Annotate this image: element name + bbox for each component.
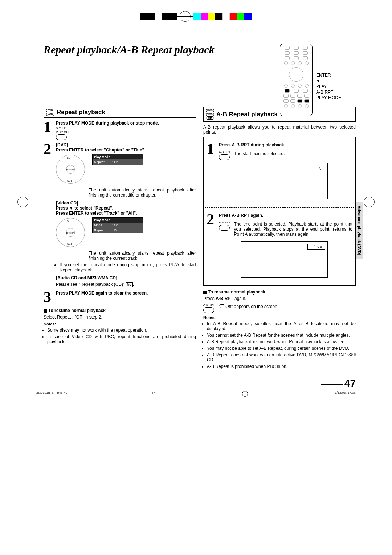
- remote-button-icon: [203, 307, 214, 313]
- osd-title: Play Mode: [93, 218, 143, 223]
- disc-badges: DVD VCD CD: [206, 109, 214, 120]
- button-label-bot: PLAY MODE: [56, 130, 196, 134]
- tv-screen-diagram: A-B: [241, 241, 328, 278]
- dvd-bracket: [DVD]: [56, 142, 68, 147]
- repeat-icon: [311, 245, 315, 248]
- osd-val: : Off: [112, 160, 118, 164]
- note-bullet: A-B Repeat is prohibited when PBC is on.: [207, 364, 356, 369]
- osd-key: Repeat: [94, 228, 112, 232]
- cd-bracket: [Audio CD and MP3/WMA CD]: [56, 275, 117, 280]
- remote-label: PLAY MODE: [316, 95, 341, 101]
- step-3: 3 Press PLAY MODE again to clear the scr…: [44, 291, 196, 304]
- left-column: DVD VCD Repeat playback 1 Press PLAY MOD…: [44, 107, 196, 370]
- osd-playmode-vcd: Play Mode Mode: Off Repeat: Off: [92, 217, 143, 233]
- note-bullet: If you set the repeat mode during stop m…: [60, 262, 196, 272]
- remote-outline: [280, 44, 313, 116]
- step-result: The end point is selected. Playback star…: [234, 222, 352, 237]
- osd-key: Mode: [94, 223, 112, 227]
- notes-heading: Notes:: [44, 322, 196, 326]
- right-column: DVD VCD CD A-B Repeat playback A-B repea…: [203, 107, 356, 370]
- footer-doc: 2I30101B-En_p46-49: [36, 391, 68, 397]
- step-instruction: Press ▼ to select "Repeat".: [56, 206, 196, 211]
- remote-label: A-B RPT: [316, 90, 341, 96]
- step-instruction: Press ENTER to select "Track" or "All".: [56, 211, 196, 216]
- square-bullet-icon: [44, 309, 47, 313]
- button-label: A-B RPT: [203, 303, 215, 307]
- step-2: 2 [DVD] Press ENTER to select "Chapter" …: [44, 142, 196, 288]
- step-number: 1: [44, 121, 56, 140]
- step-result: The unit automatically starts repeat pla…: [89, 187, 196, 198]
- osd-val: : Off: [112, 223, 118, 227]
- disc-badge: CD: [206, 116, 214, 120]
- resume-text: Select Repeat : "Off" in step 2.: [44, 315, 196, 320]
- resume-screen-text: " Off" appears on the screen.: [219, 304, 356, 309]
- remote-diagram: ENTER ▼ PLAY A-B RPT PLAY MODE: [280, 44, 341, 116]
- resume-heading: To resume normal playback: [44, 308, 196, 313]
- step-number: 2: [207, 213, 219, 280]
- dpad-label: SET -: [67, 179, 74, 182]
- cross-mark-icon: [180, 11, 191, 22]
- repeat-icon: [220, 304, 224, 308]
- button-label: A-B RPT: [219, 221, 230, 224]
- note-bullet: In A-B Repeat mode, subtitles near the A…: [207, 321, 356, 331]
- note-bullet: A-B Repeat does not work with an interac…: [207, 352, 356, 362]
- step-instruction: Press A-B RPT during playback.: [219, 142, 352, 147]
- cross-mark-icon: [242, 391, 248, 397]
- note-bullet: Some discs may not work with the repeat …: [47, 328, 196, 333]
- ab-step-2: 2 Press A-B RPT again. A-B RPT The end p…: [207, 213, 352, 280]
- notes-heading: Notes:: [203, 315, 356, 320]
- remote-callouts: ENTER ▼ PLAY A-B RPT PLAY MODE: [316, 73, 341, 101]
- resume-heading: To resume normal playback: [203, 289, 356, 295]
- remote-button-icon: [56, 134, 67, 140]
- step-instruction: Press ENTER to select "Chapter" or "Titl…: [56, 147, 196, 153]
- print-footer: 2I30101B-En_p46-49 47 1/12/06, 17:06: [36, 391, 356, 397]
- osd-val: : Off: [112, 228, 118, 232]
- page-number: 47: [44, 378, 356, 389]
- dpad-diagram: ENTER SET + SET -: [56, 218, 85, 247]
- screen-indicator: A-B: [307, 244, 325, 250]
- side-cross-mark-right: [361, 197, 377, 207]
- enter-button-icon: ENTER: [66, 165, 75, 174]
- remote-label: ENTER: [316, 73, 341, 78]
- button-label: A-B RPT: [219, 150, 230, 154]
- content-columns: DVD VCD Repeat playback 1 Press PLAY MOD…: [44, 107, 356, 370]
- disc-badges: DVD VCD: [46, 109, 54, 116]
- section-side-tab: Advanced playback (DVD): [356, 202, 363, 259]
- step-1: 1 Press PLAY MODE during playback or sto…: [44, 121, 196, 140]
- remote-button-icon: [219, 154, 230, 160]
- note-bullet: You may not be able to set A-B Repeat, d…: [207, 346, 356, 351]
- note-bullet: In case of Video CD with PBC, repeat fun…: [47, 334, 196, 344]
- disc-badge: VCD: [206, 113, 214, 116]
- section-heading-text: Repeat playback: [57, 109, 105, 116]
- cd-reference: Please see "Repeat playback (CD)" 56.: [56, 282, 196, 287]
- dpad-label: SET +: [67, 157, 74, 159]
- button-label-top: SP/SLP: [56, 126, 196, 130]
- page-ref-box: 56: [126, 282, 133, 287]
- osd-title: Play Mode: [93, 154, 143, 159]
- dpad-diagram: ENTER SET + SET -: [56, 155, 85, 184]
- osd-playmode-dvd: Play Mode Repeat: Off: [92, 154, 143, 165]
- disc-badge: VCD: [46, 113, 54, 116]
- footer-page: 47: [151, 391, 155, 397]
- repeat-icon: [313, 167, 317, 170]
- step-instruction: Press PLAY MODE again to clear the scree…: [56, 291, 196, 296]
- note-bullet: A-B Repeat playback does not work when R…: [207, 339, 356, 344]
- step-number: 3: [44, 291, 56, 304]
- side-cross-mark-left: [15, 197, 31, 207]
- registration-marks-top: [140, 11, 252, 22]
- note-bullet: You cannot set the A-B Repeat for the sc…: [207, 333, 356, 338]
- vcd-bracket: [Video CD]: [56, 200, 78, 206]
- step-instruction: Press PLAY MODE during playback or stop …: [56, 121, 196, 126]
- step-result: The unit automatically starts repeat pla…: [89, 251, 196, 261]
- resume-text: Press A-B RPT again.: [203, 296, 356, 301]
- remote-button-icon: [219, 225, 230, 231]
- square-bullet-icon: [203, 291, 207, 294]
- tv-screen-diagram: A-: [241, 163, 328, 199]
- footer-date: 1/12/06, 17:06: [335, 391, 356, 397]
- manual-page: Repeat playback/A-B Repeat playback ENTE…: [0, 0, 392, 404]
- step-number: 1: [207, 142, 219, 202]
- disc-badge: DVD: [46, 109, 54, 112]
- dpad-label: SET +: [67, 220, 74, 222]
- disc-badge: DVD: [206, 109, 214, 112]
- screen-indicator: A-: [310, 166, 325, 171]
